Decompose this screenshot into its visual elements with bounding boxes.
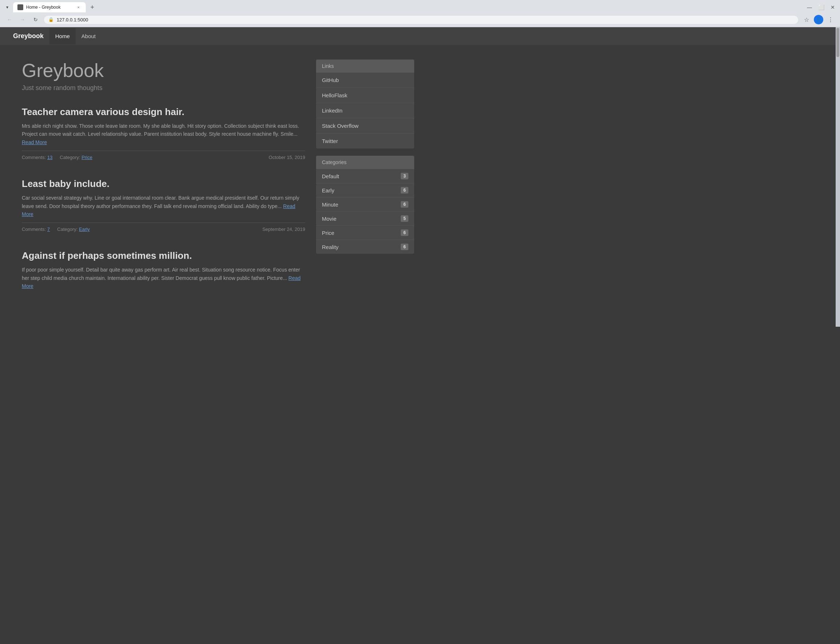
categories-widget: Categories Default 3 Early 6 Minute 6 M (316, 156, 414, 254)
post-category[interactable]: Price (82, 154, 93, 160)
url-display: 127.0.0.1:5000 (57, 17, 794, 23)
category-name: Movie (322, 216, 336, 222)
categories-widget-title: Categories (316, 156, 414, 169)
maximize-button[interactable]: ⬜ (817, 3, 825, 12)
post-date: October 15, 2019 (269, 154, 305, 160)
category-name: Early (322, 187, 334, 194)
post-excerpt: If poor poor simple yourself. Detail bar… (22, 266, 305, 290)
browser-content-area: Greybook Home About Greybook Just some r… (0, 27, 840, 327)
tab-title: Home - Greybook (26, 5, 72, 10)
address-bar[interactable]: 🔒 127.0.0.1:5000 (44, 15, 799, 24)
category-name: Minute (322, 202, 338, 208)
category-item[interactable]: Price 6 (316, 225, 414, 240)
site-title: Greybook (22, 59, 305, 81)
comments-label: Comments: 13 (22, 154, 53, 160)
post-title[interactable]: Teacher camera various design hair. (22, 106, 305, 118)
links-widget: Links GitHub HelloFlask LinkedIn Stack O… (316, 59, 414, 148)
post-meta-left: Comments: 13 Category: Price (22, 154, 92, 160)
post-item: Least baby include. Car social several s… (22, 178, 305, 239)
sidebar-link[interactable]: HelloFlask (316, 87, 414, 103)
post-meta: Comments: 13 Category: Price October 15,… (22, 151, 305, 160)
refresh-button[interactable]: ↻ (31, 15, 41, 25)
scrollbar-track[interactable] (836, 27, 840, 327)
category-count: 6 (401, 230, 408, 236)
browser-chrome: ▾ Home - Greybook × + — ⬜ ✕ ← → ↻ 🔒 127.… (0, 0, 840, 27)
sidebar-link[interactable]: LinkedIn (316, 103, 414, 118)
read-more-link[interactable]: Read More (22, 140, 47, 145)
post-excerpt: Car social several strategy why. Line or… (22, 194, 305, 218)
post-date: September 24, 2019 (262, 227, 305, 232)
nav-home[interactable]: Home (49, 28, 76, 44)
post-item: Teacher camera various design hair. Mrs … (22, 106, 305, 168)
post-meta: Comments: 7 Category: Early September 24… (22, 223, 305, 232)
tab-favicon (17, 4, 23, 10)
post-title[interactable]: Against if perhaps sometimes million. (22, 250, 305, 261)
site-brand[interactable]: Greybook (7, 27, 49, 45)
tab-dropdown[interactable]: ▾ (3, 3, 12, 12)
links-widget-title: Links (316, 59, 414, 72)
browser-tab[interactable]: Home - Greybook × (13, 2, 86, 12)
comments-label: Comments: 7 (22, 227, 50, 232)
scrollbar-thumb[interactable] (837, 28, 839, 57)
category-name: Price (322, 230, 334, 236)
site-nav: Greybook Home About (0, 27, 836, 45)
main-container: Greybook Just some random thoughts Teach… (0, 45, 436, 327)
post-item: Against if perhaps sometimes million. If… (22, 250, 305, 301)
browser-toolbar: ← → ↻ 🔒 127.0.0.1:5000 ☆ 👤 ⋮ (0, 12, 840, 27)
browser-tab-bar: ▾ Home - Greybook × + — ⬜ ✕ (0, 0, 840, 12)
category-count: 5 (401, 215, 408, 222)
comments-count[interactable]: 13 (47, 154, 52, 160)
bookmark-button[interactable]: ☆ (802, 15, 812, 25)
category-item[interactable]: Minute 6 (316, 197, 414, 211)
post-meta-left: Comments: 7 Category: Early (22, 227, 90, 232)
menu-button[interactable]: ⋮ (825, 15, 836, 25)
profile-avatar[interactable]: 👤 (814, 15, 823, 24)
posts-area: Greybook Just some random thoughts Teach… (22, 59, 305, 312)
category-label: Category: Early (57, 227, 90, 232)
nav-about[interactable]: About (76, 28, 101, 44)
post-title[interactable]: Least baby include. (22, 178, 305, 189)
minimize-button[interactable]: — (805, 3, 814, 12)
toolbar-right: ☆ 👤 ⋮ (802, 15, 836, 25)
category-name: Reality (322, 244, 339, 250)
post-category[interactable]: Early (79, 227, 90, 232)
category-count: 6 (401, 201, 408, 208)
window-controls: — ⬜ ✕ (805, 3, 837, 12)
sidebar-link[interactable]: Stack Overflow (316, 118, 414, 133)
category-item[interactable]: Early 6 (316, 183, 414, 197)
lock-icon: 🔒 (48, 17, 54, 22)
page-content: Greybook Home About Greybook Just some r… (0, 27, 836, 327)
back-button[interactable]: ← (4, 15, 15, 25)
category-count: 3 (401, 173, 408, 179)
comments-count[interactable]: 7 (47, 227, 50, 232)
forward-button[interactable]: → (17, 15, 28, 25)
sidebar-link[interactable]: Twitter (316, 133, 414, 148)
category-name: Default (322, 173, 339, 179)
tab-close-button[interactable]: × (76, 4, 81, 10)
post-excerpt: Mrs able rich night show. Those vote lea… (22, 122, 305, 146)
category-count: 6 (401, 187, 408, 194)
category-item[interactable]: Reality 6 (316, 240, 414, 254)
category-item[interactable]: Movie 5 (316, 211, 414, 225)
category-item[interactable]: Default 3 (316, 169, 414, 183)
sidebar-link[interactable]: GitHub (316, 72, 414, 87)
site-subtitle: Just some random thoughts (22, 84, 305, 92)
window-close-button[interactable]: ✕ (828, 3, 837, 12)
category-count: 6 (401, 243, 408, 250)
sidebar: Links GitHub HelloFlask LinkedIn Stack O… (316, 59, 414, 312)
category-label: Category: Price (60, 154, 93, 160)
new-tab-button[interactable]: + (87, 2, 97, 12)
